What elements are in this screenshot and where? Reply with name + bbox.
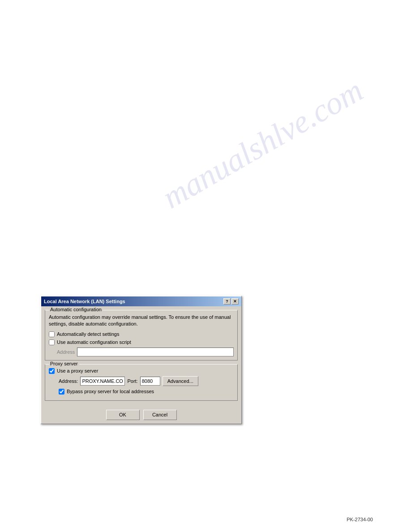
auto-config-group-label: Automatic configuration: [49, 307, 103, 312]
lan-settings-dialog: Local Area Network (LAN) Settings ? ✕ Au…: [40, 296, 242, 424]
auto-detect-row: Automatically detect settings: [49, 331, 234, 337]
auto-address-row: Address: [49, 348, 234, 356]
automatic-configuration-group: Automatic configuration Automatic config…: [45, 310, 238, 360]
proxy-port-input[interactable]: [140, 377, 160, 386]
proxy-address-input[interactable]: [80, 377, 125, 386]
dialog-titlebar: Local Area Network (LAN) Settings ? ✕: [41, 296, 241, 306]
auto-detect-label: Automatically detect settings: [57, 331, 119, 337]
auto-config-script-checkbox[interactable]: [49, 339, 55, 345]
auto-config-description: Automatic configuration may override man…: [49, 314, 234, 328]
close-button[interactable]: ✕: [231, 298, 239, 305]
proxy-server-group-label: Proxy server: [49, 361, 79, 366]
use-proxy-label: Use a proxy server: [57, 368, 98, 373]
cancel-button[interactable]: Cancel: [143, 410, 177, 420]
auto-detect-checkbox[interactable]: [49, 331, 55, 337]
help-button[interactable]: ?: [223, 298, 231, 305]
proxy-port-label: Port:: [127, 378, 137, 384]
advanced-button[interactable]: Advanced...: [163, 376, 198, 386]
auto-config-script-row: Use automatic configuration script: [49, 339, 234, 345]
auto-address-input[interactable]: [77, 348, 234, 356]
watermark: manualshlve.com: [156, 72, 369, 216]
bypass-proxy-checkbox[interactable]: [59, 389, 64, 395]
proxy-address-row: Address: Port: Advanced...: [49, 376, 234, 386]
use-proxy-row: Use a proxy server: [49, 368, 234, 374]
dialog-footer: OK Cancel: [41, 408, 241, 424]
proxy-address-label: Address:: [59, 378, 78, 384]
proxy-server-group: Proxy server Use a proxy server Address:…: [45, 364, 238, 401]
titlebar-buttons: ? ✕: [223, 298, 239, 305]
dialog-content: Automatic configuration Automatic config…: [41, 306, 241, 408]
bypass-proxy-label: Bypass proxy server for local addresses: [67, 389, 154, 394]
auto-config-script-label: Use automatic configuration script: [57, 339, 131, 345]
dialog-title: Local Area Network (LAN) Settings: [44, 299, 125, 304]
use-proxy-checkbox[interactable]: [49, 368, 55, 374]
bypass-proxy-row: Bypass proxy server for local addresses: [49, 389, 234, 395]
figure-label: PK-2734-00: [347, 517, 373, 522]
ok-button[interactable]: OK: [106, 410, 140, 420]
auto-address-label: Address: [57, 349, 75, 355]
